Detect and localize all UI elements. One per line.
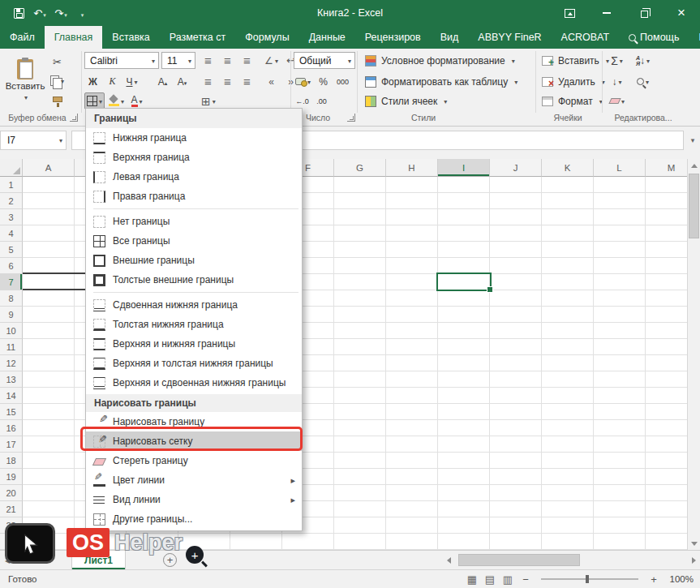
cell-K14[interactable] bbox=[542, 388, 594, 404]
cell-H7[interactable] bbox=[386, 274, 438, 290]
row-header-10[interactable]: 10 bbox=[0, 323, 23, 339]
cell-I22[interactable] bbox=[438, 517, 490, 534]
cell-J7[interactable] bbox=[490, 274, 542, 290]
cell-G22[interactable] bbox=[334, 517, 386, 534]
cell-K1[interactable] bbox=[542, 177, 594, 193]
menu-item-border-right[interactable]: Правая граница bbox=[86, 187, 302, 206]
cell-K15[interactable] bbox=[542, 404, 594, 420]
font-color-button[interactable]: А bbox=[128, 92, 145, 109]
cut-button[interactable] bbox=[49, 54, 66, 71]
menu-item-draw-border[interactable]: Нарисовать границу bbox=[86, 412, 302, 431]
cell-G15[interactable] bbox=[334, 404, 386, 420]
cell-I8[interactable] bbox=[438, 290, 490, 307]
row-header-11[interactable]: 11 bbox=[0, 339, 23, 355]
cell-H9[interactable] bbox=[386, 307, 438, 323]
cell-G4[interactable] bbox=[334, 225, 386, 242]
cell-K20[interactable] bbox=[542, 485, 594, 501]
cell-A3[interactable] bbox=[23, 209, 75, 225]
cell-I5[interactable] bbox=[438, 242, 490, 258]
cell-K6[interactable] bbox=[542, 258, 594, 274]
row-header-13[interactable]: 13 bbox=[0, 371, 23, 388]
vertical-scrollbar[interactable] bbox=[687, 159, 700, 550]
menu-item-border-top[interactable]: Верхняя граница bbox=[86, 148, 302, 167]
cell-I17[interactable] bbox=[438, 436, 490, 453]
zoom-out-button[interactable] bbox=[518, 573, 533, 586]
horizontal-scrollbar[interactable] bbox=[442, 551, 700, 569]
cell-A10[interactable] bbox=[23, 323, 75, 339]
cell-L3[interactable] bbox=[594, 209, 646, 225]
cell-K11[interactable] bbox=[542, 339, 594, 355]
cell-A6[interactable] bbox=[23, 258, 75, 274]
row-header-21[interactable]: 21 bbox=[0, 501, 23, 517]
custom-qat-button[interactable] bbox=[73, 3, 91, 23]
cell-I11[interactable] bbox=[438, 339, 490, 355]
cell-J11[interactable] bbox=[490, 339, 542, 355]
borders-button[interactable] bbox=[84, 92, 105, 109]
align-top-button[interactable] bbox=[200, 52, 217, 69]
cell-G17[interactable] bbox=[334, 436, 386, 453]
close-button[interactable] bbox=[663, 0, 700, 26]
cell-I12[interactable] bbox=[438, 355, 490, 371]
row-header-7[interactable]: 7 bbox=[0, 274, 23, 290]
accounting-format-button[interactable] bbox=[294, 73, 312, 90]
row-header-17[interactable]: 17 bbox=[0, 436, 23, 453]
cell-K5[interactable] bbox=[542, 242, 594, 258]
tab-help[interactable]: Помощь bbox=[619, 26, 689, 49]
cell-J22[interactable] bbox=[490, 517, 542, 534]
cell-G10[interactable] bbox=[334, 323, 386, 339]
align-center-button[interactable] bbox=[219, 73, 236, 90]
select-all-corner[interactable] bbox=[0, 159, 23, 177]
format-cells-button[interactable]: Формат bbox=[542, 92, 603, 110]
menu-item-border-none[interactable]: Нет границы bbox=[86, 212, 302, 231]
cell-I18[interactable] bbox=[438, 453, 490, 469]
cell-K7[interactable] bbox=[542, 274, 594, 290]
cell-H15[interactable] bbox=[386, 404, 438, 420]
menu-item-draw-grid[interactable]: Нарисовать сетку bbox=[86, 431, 302, 451]
cell-L10[interactable] bbox=[594, 323, 646, 339]
cell-J6[interactable] bbox=[490, 258, 542, 274]
row-header-5[interactable]: 5 bbox=[0, 242, 23, 258]
cell-I15[interactable] bbox=[438, 404, 490, 420]
cell-G18[interactable] bbox=[334, 453, 386, 469]
cell-H12[interactable] bbox=[386, 355, 438, 371]
column-header-L[interactable]: L bbox=[594, 159, 646, 177]
cell-L14[interactable] bbox=[594, 388, 646, 404]
decrease-indent-button[interactable] bbox=[263, 73, 280, 90]
cell-L21[interactable] bbox=[594, 501, 646, 517]
cell-G11[interactable] bbox=[334, 339, 386, 355]
cell-H19[interactable] bbox=[386, 469, 438, 485]
cell-G14[interactable] bbox=[334, 388, 386, 404]
cell-A2[interactable] bbox=[23, 193, 75, 209]
sort-filter-button[interactable]: АЯ bbox=[634, 52, 651, 69]
number-format-combo[interactable]: Общий bbox=[294, 52, 355, 69]
cell-G19[interactable] bbox=[334, 469, 386, 485]
cell-K17[interactable] bbox=[542, 436, 594, 453]
cell-A4[interactable] bbox=[23, 225, 75, 242]
cell-J9[interactable] bbox=[490, 307, 542, 323]
cell-L1[interactable] bbox=[594, 177, 646, 193]
cell-L13[interactable] bbox=[594, 371, 646, 388]
row-header-16[interactable]: 16 bbox=[0, 420, 23, 436]
cell-G5[interactable] bbox=[334, 242, 386, 258]
vertical-scroll-thumb[interactable] bbox=[689, 174, 699, 238]
cell-L6[interactable] bbox=[594, 258, 646, 274]
cell-K9[interactable] bbox=[542, 307, 594, 323]
cell-J15[interactable] bbox=[490, 404, 542, 420]
tab-vstavka[interactable]: Вставка bbox=[102, 26, 159, 49]
menu-item-border-thick-bottom[interactable]: Толстая нижняя граница bbox=[86, 315, 302, 334]
cell-J19[interactable] bbox=[490, 469, 542, 485]
cell-K22[interactable] bbox=[542, 517, 594, 534]
column-header-G[interactable]: G bbox=[334, 159, 386, 177]
cell-J23[interactable] bbox=[490, 534, 542, 550]
zoom-slider-thumb[interactable] bbox=[586, 575, 589, 583]
cell-L2[interactable] bbox=[594, 193, 646, 209]
insert-cells-button[interactable]: Вставить bbox=[542, 52, 609, 70]
cell-A9[interactable] bbox=[23, 307, 75, 323]
cell-G6[interactable] bbox=[334, 258, 386, 274]
row-header-6[interactable]: 6 bbox=[0, 258, 23, 274]
cell-L11[interactable] bbox=[594, 339, 646, 355]
cell-L12[interactable] bbox=[594, 355, 646, 371]
format-as-table-button[interactable]: Форматировать как таблицу bbox=[365, 73, 517, 91]
tab-file[interactable]: Файл bbox=[0, 26, 45, 49]
delete-cells-button[interactable]: Удалить bbox=[542, 73, 605, 91]
